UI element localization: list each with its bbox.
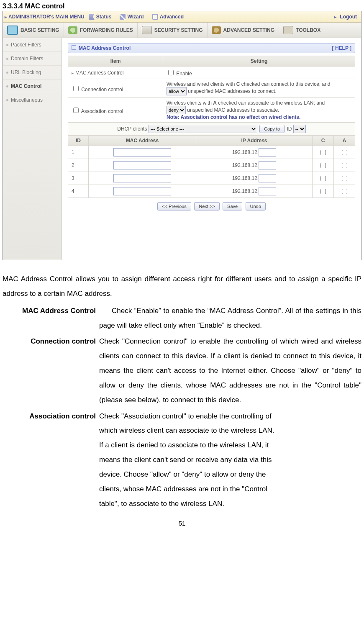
logout-menu-item[interactable]: ▸ Logout <box>328 14 361 20</box>
sidebar-item-mac-control[interactable]: MAC Control <box>3 80 62 93</box>
table-row: 3 192.168.12. <box>68 172 355 185</box>
ip-suffix-input[interactable] <box>259 187 276 195</box>
square-icon <box>72 45 76 50</box>
nav-forwarding-label: FORWARDING RULES <box>80 27 133 33</box>
page-number: 51 <box>0 520 364 527</box>
enable-label: Enable <box>176 71 192 77</box>
status-menu-item[interactable]: Status <box>85 14 116 20</box>
nav-forwarding-rules[interactable]: FORWARDING RULES <box>64 23 137 38</box>
nav-basic-setting[interactable]: BASIC SETTING <box>3 23 64 38</box>
definition-desc: Check "Connection control" to enable the… <box>99 334 361 407</box>
mac-input[interactable] <box>113 148 171 157</box>
th-ip: IP Address <box>196 136 313 146</box>
connection-control-label: Connection control <box>81 87 123 92</box>
th-mac: MAC Address <box>89 136 196 146</box>
mac-input[interactable] <box>113 174 171 182</box>
sidebar-item-label: Miscellaneous <box>11 97 43 103</box>
connection-control-checkbox[interactable] <box>73 86 79 91</box>
monitor-icon <box>7 26 18 35</box>
previous-button[interactable]: << Previous <box>157 202 191 210</box>
sidebar-item-label: MAC Control <box>11 83 41 89</box>
arrow-icon: ▸ <box>72 71 74 75</box>
definition-row: Association control Check "Association c… <box>3 409 361 511</box>
ip-suffix-input[interactable] <box>259 148 276 157</box>
nav-basic-label: BASIC SETTING <box>21 27 59 33</box>
key-icon <box>142 26 152 34</box>
advanced-menu-item[interactable]: Advanced <box>148 14 188 20</box>
help-link[interactable]: [ HELP ] <box>332 45 351 51</box>
a-checkbox[interactable] <box>342 150 347 155</box>
definition-term: Association control <box>3 409 99 424</box>
association-control-label: Association control <box>81 108 123 114</box>
main-menu-label: ADMINISTRATOR's MAIN MENU <box>8 14 85 20</box>
ip-prefix: 192.168.12. <box>232 175 259 181</box>
table-row: 1 192.168.12. <box>68 146 355 159</box>
nav-bar: BASIC SETTING FORWARDING RULES SECURITY … <box>3 23 361 38</box>
next-button[interactable]: Next >> <box>194 202 220 210</box>
arrow-icon: ▸ <box>333 15 338 19</box>
id-label: ID <box>287 126 292 132</box>
association-allow-deny-select[interactable]: deny <box>167 106 186 114</box>
text-fragment: checked can associate to the wireless LA… <box>217 100 325 106</box>
wand-icon <box>120 14 126 20</box>
id-select[interactable]: -- <box>293 125 306 133</box>
table-row: 2 192.168.12. <box>68 159 355 172</box>
nav-security-setting[interactable]: SECURITY SETTING <box>137 23 207 38</box>
top-menu: ▸ ADMINISTRATOR's MAIN MENU Status Wizar… <box>3 11 361 23</box>
tabs-icon <box>152 14 158 20</box>
mac-address-table: ID MAC Address IP Address C A 1 192.168.… <box>68 135 355 198</box>
nav-toolbox-label: TOOLBOX <box>296 27 320 33</box>
undo-button[interactable]: Undo <box>246 202 266 210</box>
a-checkbox[interactable] <box>342 176 347 181</box>
nav-advanced-setting[interactable]: ADVANCED SETTING <box>207 23 279 38</box>
association-control-checkbox[interactable] <box>73 108 79 113</box>
status-label: Status <box>96 14 112 20</box>
c-checkbox[interactable] <box>320 176 326 181</box>
connection-allow-deny-select[interactable]: allow <box>167 87 187 95</box>
mac-input[interactable] <box>113 161 171 169</box>
c-checkbox[interactable] <box>320 189 326 194</box>
cell-id: 1 <box>68 146 89 159</box>
ip-prefix: 192.168.12. <box>232 162 259 168</box>
main-panel: MAC Address Control [ HELP ] Item Settin… <box>62 38 361 260</box>
definition-row: MAC Address Control Check “Enable” to en… <box>3 304 361 333</box>
text-fragment: checked can connect to this device; and <box>240 81 330 87</box>
arrow-icon: ▸ <box>3 15 8 19</box>
a-checkbox[interactable] <box>342 163 347 168</box>
enable-checkbox[interactable] <box>168 70 174 75</box>
text-fragment: Wireless and wired clients with <box>167 81 236 87</box>
sidebar-item-domain-filters[interactable]: Domain Filters <box>3 52 62 66</box>
sidebar-item-packet-filters[interactable]: Packet Filters <box>3 38 62 52</box>
text-fragment: unspecified MAC addresses to connect. <box>188 88 276 94</box>
bullet-icon <box>6 72 8 74</box>
definition-term: Connection control <box>3 334 99 349</box>
a-checkbox[interactable] <box>342 189 347 194</box>
wizard-label: Wizard <box>127 14 144 20</box>
wizard-menu-item[interactable]: Wizard <box>115 14 148 20</box>
cell-id: 2 <box>68 159 89 172</box>
ip-suffix-input[interactable] <box>259 161 276 169</box>
settings-table: Item Setting ▸MAC Address Control Enable… <box>68 56 355 136</box>
ip-prefix: 192.168.12. <box>232 149 259 155</box>
sidebar-item-label: Domain Filters <box>11 56 43 62</box>
th-c: C <box>313 136 334 146</box>
gear-icon <box>212 26 221 34</box>
cell-id: 3 <box>68 172 89 185</box>
definition-row: Connection control Check "Connection con… <box>3 334 361 407</box>
ip-suffix-input[interactable] <box>259 174 276 182</box>
nav-security-label: SECURITY SETTING <box>154 27 203 33</box>
sidebar-item-label: URL Blocking <box>11 69 41 75</box>
mac-input[interactable] <box>113 187 171 195</box>
dhcp-clients-select[interactable]: --- Select one --- <box>149 125 257 133</box>
copy-to-button[interactable]: Copy to <box>259 125 285 133</box>
sidebar-item-miscellaneous[interactable]: Miscellaneous <box>3 93 62 107</box>
nav-toolbox[interactable]: TOOLBOX <box>279 23 325 38</box>
mac-control-label: MAC Address Control <box>75 70 123 76</box>
c-checkbox[interactable] <box>320 163 326 168</box>
button-row: << Previous Next >> Save Undo <box>68 198 355 212</box>
logout-label: Logout <box>340 14 357 20</box>
dhcp-clients-label: DHCP clients <box>117 126 147 132</box>
sidebar-item-url-blocking[interactable]: URL Blocking <box>3 66 62 80</box>
save-button[interactable]: Save <box>223 202 242 210</box>
c-checkbox[interactable] <box>320 150 326 155</box>
